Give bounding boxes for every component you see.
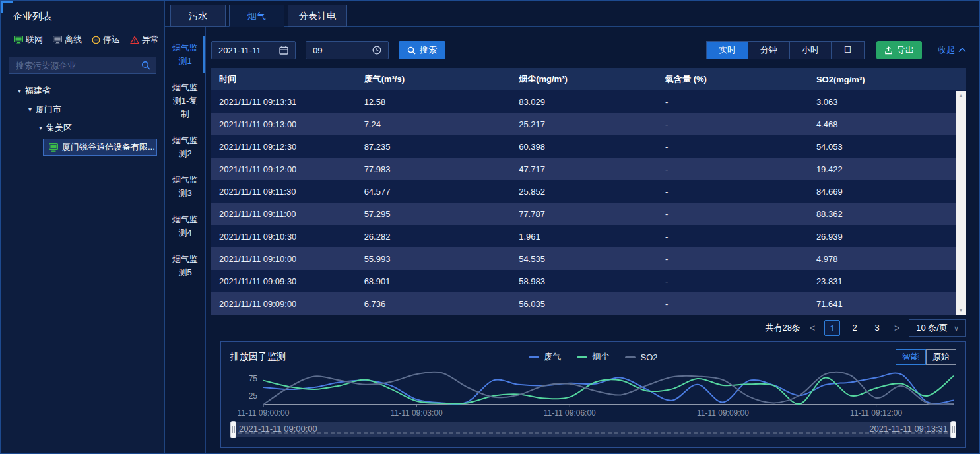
page-button-3[interactable]: 3 (869, 320, 885, 336)
tab-分表计电[interactable]: 分表计电 (288, 5, 347, 27)
collapse-link[interactable]: 收起 (938, 44, 966, 56)
emission-chart-svg: 257511-11 09:00:0011-11 09:03:0011-11 09… (230, 367, 959, 420)
page-numbers: 123 (824, 320, 885, 336)
search-button-label: 搜索 (420, 44, 437, 56)
date-value: 2021-11-11 (218, 46, 261, 55)
monitor-panel: 2021-11-11 09 (206, 27, 979, 453)
table-cell: 12.58 (356, 90, 511, 113)
sidebar-title: 企业列表 (1, 1, 164, 27)
interval-实时[interactable]: 实时 (707, 42, 748, 59)
tree-node[interactable]: ▾福建省 (1, 82, 164, 100)
enterprise-search-box[interactable] (9, 57, 156, 74)
scroll-up-icon[interactable]: ▲ (959, 93, 964, 98)
search-input[interactable] (15, 60, 141, 71)
table-cell: 2021/11/11 09:10:30 (211, 225, 356, 247)
next-page-icon[interactable]: > (893, 323, 901, 333)
chart-mode-switch: 智能 原始 (896, 349, 956, 365)
tab-污水[interactable]: 污水 (170, 5, 226, 27)
caret-down-icon[interactable]: ▾ (18, 88, 21, 94)
table-cell: - (657, 180, 808, 203)
table-cell: 23.831 (808, 270, 966, 292)
raw-mode-button[interactable]: 原始 (926, 349, 956, 365)
station-tab-烟气监测3[interactable]: 烟气监测3 (165, 168, 205, 205)
table-cell: - (657, 225, 808, 247)
page-button-1[interactable]: 1 (824, 320, 840, 336)
table-cell: 2021/11/11 09:13:31 (211, 90, 356, 113)
tree-node-selected[interactable]: 厦门锐谷通信设备有限... (43, 139, 157, 156)
chart-legend-烟尘[interactable]: 烟尘 (577, 351, 609, 363)
station-tab-烟气监测2[interactable]: 烟气监测2 (165, 129, 205, 166)
export-button[interactable]: 导出 (876, 41, 922, 59)
chevron-up-icon (958, 48, 966, 53)
table-cell: 2021/11/11 09:11:00 (211, 203, 356, 225)
svg-text:11-11 09:12:00: 11-11 09:12:00 (850, 408, 902, 418)
station-tab-strip: 烟气监测1烟气监测1-复制烟气监测2烟气监测3烟气监测4烟气监测5 (165, 27, 206, 453)
table-cell: 77.983 (356, 158, 511, 180)
table-cell: 2021/11/11 09:12:30 (211, 135, 356, 158)
hour-input[interactable]: 09 (306, 41, 389, 59)
station-tab-烟气监测4[interactable]: 烟气监测4 (165, 208, 205, 245)
svg-text:11-11 09:09:00: 11-11 09:09:00 (697, 408, 749, 418)
clock-icon (372, 46, 381, 55)
tree-node[interactable]: ▾厦门市 (1, 100, 164, 119)
smart-mode-button[interactable]: 智能 (896, 349, 926, 365)
table-scrollbar[interactable]: ▲ ▼ (956, 91, 966, 315)
legend-series-label: 烟尘 (592, 351, 609, 363)
date-input[interactable]: 2021-11-11 (211, 41, 296, 59)
emission-chart-panel: 排放因子监测 废气烟尘SO2 智能 原始 257511-11 09:00:001… (220, 341, 966, 448)
svg-text:11-11 09:00:00: 11-11 09:00:00 (238, 408, 290, 418)
table-cell: 2021/11/11 09:11:30 (211, 180, 356, 203)
search-button[interactable]: 搜索 (399, 41, 445, 59)
chevron-down-icon: ∨ (954, 324, 959, 333)
table-cell: 56.035 (511, 292, 657, 315)
station-tab-烟气监测5[interactable]: 烟气监测5 (165, 247, 205, 284)
slider-left-handle[interactable] (230, 421, 236, 438)
interval-小时[interactable]: 小时 (789, 42, 831, 59)
station-tab-烟气监测1-复制[interactable]: 烟气监测1-复制 (165, 76, 205, 126)
chart-legend-SO2[interactable]: SO2 (625, 351, 657, 363)
prev-page-icon[interactable]: < (808, 323, 816, 333)
caret-down-icon[interactable]: ▾ (28, 106, 32, 113)
export-label: 导出 (897, 44, 914, 56)
time-range-slider[interactable]: 2021-11-11 09:00:00 2021-11-11 09:13:31 (230, 422, 956, 437)
legend-item: 联网 (14, 34, 43, 46)
pagination: 共有28条 < 123 > 10 条/页 ∨ (211, 315, 966, 341)
page-button-2[interactable]: 2 (847, 320, 863, 336)
table-cell: - (657, 247, 808, 270)
table-cell: - (657, 203, 808, 225)
search-icon[interactable] (141, 61, 150, 70)
enterprise-sidebar: 企业列表 联网离线停运异常 ▾福建省▾厦门市▾集美区厦门锐谷通信设备有限... (1, 1, 165, 453)
hour-value: 09 (313, 46, 322, 55)
search-icon (407, 46, 416, 55)
chart-legend-废气[interactable]: 废气 (529, 351, 561, 363)
tab-烟气[interactable]: 烟气 (229, 5, 284, 27)
table-cell: 25.217 (511, 113, 657, 135)
scroll-down-icon[interactable]: ▼ (959, 308, 964, 313)
station-tab-烟气监测1[interactable]: 烟气监测1 (165, 36, 205, 73)
table-cell: 26.282 (356, 225, 511, 247)
legend-label: 停运 (103, 34, 120, 46)
app-window: 企业列表 联网离线停运异常 ▾福建省▾厦门市▾集美区厦门锐谷通信设备有限... … (0, 0, 980, 454)
table-cell: 47.717 (511, 158, 657, 180)
interval-分钟[interactable]: 分钟 (748, 42, 789, 59)
caret-down-icon[interactable]: ▾ (39, 125, 42, 131)
interval-日[interactable]: 日 (831, 42, 864, 59)
table-cell: 2021/11/11 09:09:00 (211, 292, 356, 315)
collapse-label: 收起 (938, 44, 955, 56)
table-cell: 77.787 (511, 203, 657, 225)
table-cell: - (657, 90, 808, 113)
monitor-offline-icon (53, 36, 62, 44)
table-cell: 19.422 (808, 158, 966, 180)
page-size-select[interactable]: 10 条/页 ∨ (909, 319, 966, 337)
table-cell: 3.063 (808, 90, 966, 113)
table-header-row: 时间废气(m³/s)烟尘(mg/m³)氧含量 (%)SO2(mg/m³) (211, 68, 966, 90)
column-header: SO2(mg/m³) (808, 68, 966, 90)
tree-node-label: 厦门锐谷通信设备有限... (62, 141, 155, 153)
table-cell: 57.295 (356, 203, 511, 225)
svg-text:11-11 09:06:00: 11-11 09:06:00 (544, 408, 596, 418)
tree-node[interactable]: ▾集美区 (1, 119, 164, 137)
table-row: 2021/11/11 09:10:0055.99354.535-4.978 (211, 247, 966, 270)
slider-right-handle[interactable] (950, 421, 956, 438)
table-cell: 4.978 (808, 247, 966, 270)
table-cell: 83.029 (511, 90, 657, 113)
